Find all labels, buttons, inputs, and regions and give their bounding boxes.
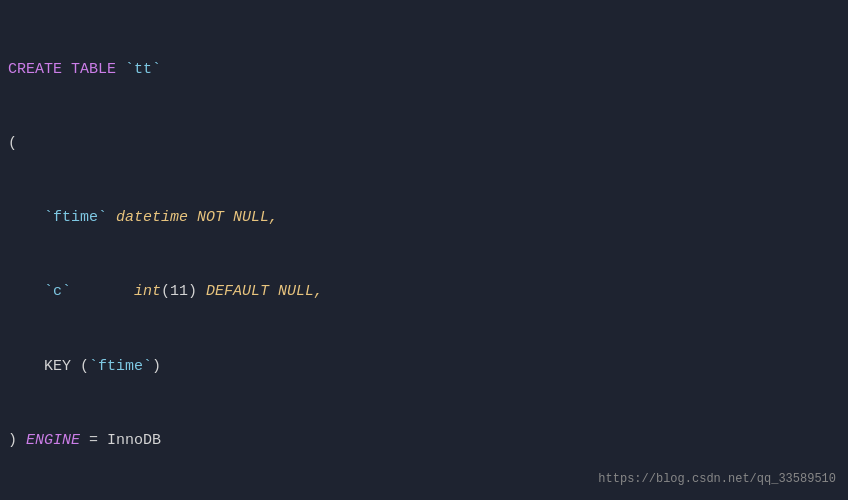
table-name: `tt` [125, 61, 161, 78]
code-editor: CREATE TABLE `tt` ( `ftime` datetime NOT… [0, 0, 848, 500]
code-line-3: `ftime` datetime NOT NULL, [8, 206, 832, 231]
col-c: `c` [8, 283, 71, 300]
key-col: `ftime` [89, 358, 152, 375]
open-paren: ( [8, 135, 17, 152]
code-line-5: KEY (`ftime`) [8, 355, 832, 380]
key-clause: KEY ( [8, 358, 89, 375]
keyword-table: TABLE [71, 61, 116, 78]
key-close: ) [152, 358, 161, 375]
keyword-create: CREATE [8, 61, 62, 78]
type-int: int [71, 283, 161, 300]
engine-value: = InnoDB [80, 432, 161, 449]
code-line-6: ) ENGINE = InnoDB [8, 429, 832, 454]
code-line-1: CREATE TABLE `tt` [8, 58, 832, 83]
col-ftime: `ftime` [8, 209, 107, 226]
default-null: DEFAULT NULL, [197, 283, 323, 300]
close-paren: ) [8, 432, 26, 449]
code-line-2: ( [8, 132, 832, 157]
code-line-4: `c` int(11) DEFAULT NULL, [8, 280, 832, 305]
source-url: https://blog.csdn.net/qq_33589510 [598, 470, 836, 490]
int-size: (11) [161, 283, 197, 300]
type-datetime: datetime NOT NULL, [107, 209, 278, 226]
keyword-engine: ENGINE [26, 432, 80, 449]
